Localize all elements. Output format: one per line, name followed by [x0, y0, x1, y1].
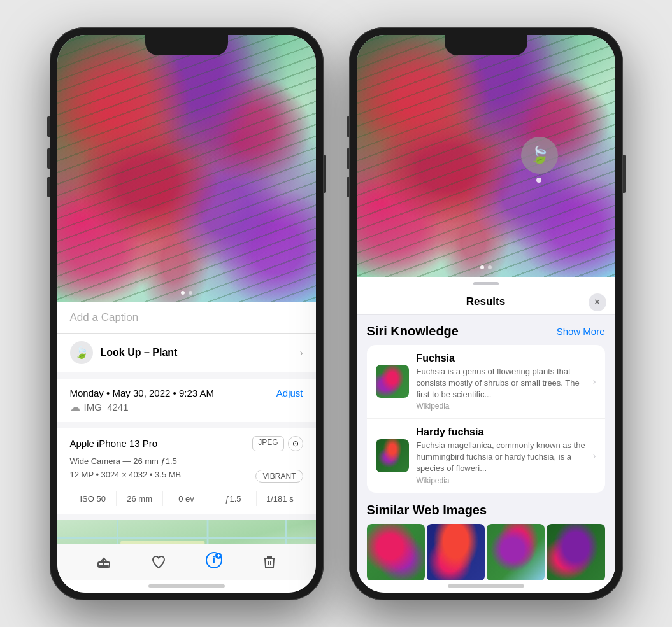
page-indicator-right — [480, 265, 492, 269]
home-bar-right — [357, 580, 615, 593]
exif-row: ISO 50 26 mm 0 ev ƒ1.5 1/181 s — [70, 486, 303, 506]
fuchsia-desc: Fuchsia is a genus of flowering plants t… — [417, 366, 585, 401]
fuchsia-thumbnail — [376, 365, 409, 398]
lookup-row[interactable]: 🍃 Look Up – Plant › — [57, 334, 316, 372]
device-section: Apple iPhone 13 Pro JPEG ⊙ Wide Camera —… — [57, 428, 316, 514]
knowledge-card: Fuchsia Fuchsia is a genus of flowering … — [367, 345, 605, 493]
knowledge-item-hardy[interactable]: Hardy fuchsia Fuchsia magellanica, commo… — [367, 419, 605, 493]
siri-knowledge-header: Siri Knowledge Show More — [367, 324, 605, 339]
info-button[interactable]: i ✦ — [206, 552, 222, 572]
dot-1 — [181, 291, 185, 295]
hardy-thumb-img — [376, 439, 409, 472]
show-more-button[interactable]: Show More — [557, 326, 605, 337]
notch — [145, 35, 228, 55]
lookup-icon: 🍃 — [70, 341, 93, 364]
similar-image-2[interactable] — [427, 524, 485, 580]
home-indicator-right — [448, 584, 524, 588]
siri-knowledge-title: Siri Knowledge — [367, 324, 459, 339]
fuchsia-info: Fuchsia Fuchsia is a genus of flowering … — [417, 353, 585, 411]
focal-value: 26 mm — [117, 491, 163, 506]
close-icon: ✕ — [594, 297, 601, 307]
delete-button[interactable] — [262, 554, 277, 570]
left-phone: Add a Caption 🍃 Look Up – Plant › Monday… — [50, 27, 324, 600]
caption-placeholder[interactable]: Add a Caption — [70, 311, 139, 323]
format-badge: JPEG — [252, 436, 283, 451]
caption-area[interactable]: Add a Caption — [57, 302, 316, 334]
right-phone: 🍃 Results ✕ — [349, 27, 623, 600]
svg-rect-8 — [120, 541, 204, 544]
location-icon: ⊙ — [288, 436, 303, 451]
home-indicator — [148, 584, 225, 588]
hardy-thumbnail — [376, 439, 409, 472]
knowledge-item-fuchsia[interactable]: Fuchsia Fuchsia is a genus of flowering … — [367, 345, 605, 419]
close-button[interactable]: ✕ — [589, 293, 606, 311]
results-handle-area — [357, 277, 615, 290]
lookup-chevron-icon: › — [300, 348, 303, 358]
hardy-chevron-icon: › — [593, 451, 596, 461]
filename-row: ☁ IMG_4241 — [70, 401, 303, 413]
photo-area-right[interactable]: 🍃 — [357, 35, 615, 277]
shutter-value: 1/181 s — [257, 491, 303, 506]
map-preview[interactable] — [57, 520, 316, 544]
ev-value: 0 ev — [163, 491, 210, 506]
photo-area[interactable] — [57, 35, 316, 302]
similar-images-row — [367, 524, 605, 580]
stem-lines — [57, 35, 316, 302]
leaf-icon: 🍃 — [75, 346, 89, 360]
style-badge: VIBRANT — [255, 470, 303, 483]
similar-title: Similar Web Images — [367, 503, 605, 518]
aperture-value: ƒ1.5 — [210, 491, 257, 506]
camera-specs: Wide Camera — 26 mm ƒ1.5 — [70, 456, 303, 466]
cloud-icon: ☁ — [70, 401, 80, 413]
hardy-info: Hardy fuchsia Fuchsia magellanica, commo… — [417, 426, 585, 485]
stem-lines-right — [357, 35, 615, 277]
vlu-leaf-icon: 🍃 — [529, 145, 550, 165]
metadata-section: Monday • May 30, 2022 • 9:23 AM Adjust ☁… — [57, 379, 316, 422]
favorite-button[interactable] — [151, 554, 166, 570]
similar-image-4[interactable] — [547, 524, 604, 580]
similar-image-1[interactable] — [367, 524, 425, 580]
device-name: Apple iPhone 13 Pro — [70, 438, 158, 449]
similar-section: Similar Web Images — [367, 503, 605, 580]
dot-2 — [189, 291, 192, 295]
page-indicator — [181, 291, 192, 295]
fuchsia-thumb-img — [376, 365, 409, 398]
adjust-button[interactable]: Adjust — [276, 388, 303, 398]
share-button[interactable] — [96, 554, 111, 570]
info-panel: Add a Caption 🍃 Look Up – Plant › Monday… — [57, 302, 316, 544]
fuchsia-name: Fuchsia — [417, 353, 585, 364]
map-svg — [57, 520, 316, 544]
svg-text:i: i — [213, 555, 215, 565]
hardy-source: Wikipedia — [417, 476, 585, 485]
fuchsia-source: Wikipedia — [417, 402, 585, 411]
results-panel: Results ✕ Siri Knowledge Show More — [357, 277, 615, 580]
photo-date: Monday • May 30, 2022 • 9:23 AM — [70, 388, 214, 398]
fuchsia-chevron-icon: › — [593, 376, 596, 386]
bottom-toolbar: i ✦ — [57, 544, 316, 580]
results-content: Siri Knowledge Show More Fuchsia Fuchsia… — [357, 315, 615, 580]
results-handle — [473, 282, 499, 285]
hardy-name: Hardy fuchsia — [417, 426, 585, 438]
home-bar — [57, 580, 316, 593]
hardy-desc: Fuchsia magellanica, commonly known as t… — [417, 440, 585, 475]
svg-rect-1 — [57, 520, 316, 544]
similar-image-3[interactable] — [487, 524, 545, 580]
lookup-label: Look Up – Plant — [101, 347, 178, 358]
iso-value: ISO 50 — [70, 491, 117, 506]
dot-r2 — [488, 265, 492, 269]
vlu-dot — [536, 178, 541, 183]
notch-right — [445, 35, 527, 55]
svg-text:✦: ✦ — [216, 553, 220, 559]
results-header: Results ✕ — [357, 290, 615, 315]
results-title: Results — [466, 295, 505, 308]
filename-text: IMG_4241 — [84, 402, 129, 412]
resolution-specs: 12 MP • 3024 × 4032 • 3.5 MB — [70, 470, 182, 479]
dot-r1 — [480, 265, 484, 269]
visual-lookup-badge[interactable]: 🍃 — [521, 137, 558, 174]
